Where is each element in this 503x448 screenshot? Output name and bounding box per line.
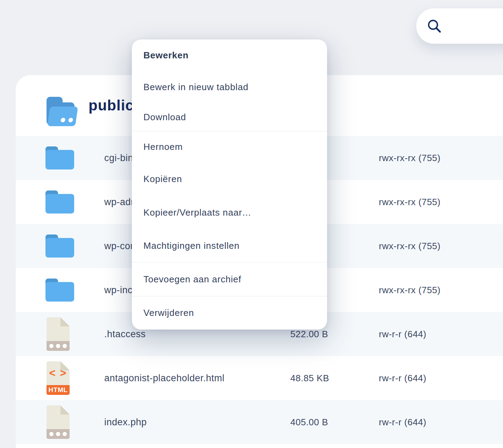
menu-item-bewerk-in-nieuw-tabblad[interactable]: Bewerk in nieuw tabblad bbox=[132, 71, 327, 103]
context-menu: Bewerken Bewerk in nieuw tabblad Downloa… bbox=[132, 39, 327, 330]
file-name: cgi-bin bbox=[104, 153, 133, 164]
file-size: 522.00 B bbox=[290, 329, 328, 340]
html-file-icon: < > HTML bbox=[47, 361, 70, 395]
menu-item-download[interactable]: Download bbox=[132, 103, 327, 131]
folder-icon bbox=[45, 190, 74, 214]
file-permissions: rwx-rx-rx (755) bbox=[379, 153, 441, 164]
search-icon bbox=[427, 19, 442, 34]
file-name: antagonist-placeholder.html bbox=[104, 373, 225, 384]
file-size: 48.85 KB bbox=[290, 373, 329, 384]
menu-item-hernoem[interactable]: Hernoem bbox=[132, 131, 327, 162]
menu-item-kopieren[interactable]: Kopiëren bbox=[132, 162, 327, 196]
table-row[interactable]: < > HTML antagonist-placeholder.html 48.… bbox=[16, 356, 503, 400]
open-folder-icon bbox=[47, 97, 79, 126]
file-permissions: rwx-rx-rx (755) bbox=[379, 285, 441, 296]
menu-item-bewerken[interactable]: Bewerken bbox=[132, 39, 327, 71]
menu-item-kopieer-verplaats-naar[interactable]: Kopieer/Verplaats naar… bbox=[132, 196, 327, 229]
file-permissions: rw-r-r (644) bbox=[379, 417, 426, 428]
code-brackets-glyph: < > bbox=[47, 367, 70, 380]
file-icon bbox=[47, 405, 70, 439]
menu-item-toevoegen-aan-archief[interactable]: Toevoegen aan archief bbox=[132, 262, 327, 296]
file-name: index.php bbox=[104, 417, 147, 428]
file-permissions: rwx-rx-rx (755) bbox=[379, 241, 441, 252]
file-permissions: rwx-rx-rx (755) bbox=[379, 197, 441, 208]
search-input[interactable] bbox=[416, 8, 503, 44]
folder-icon bbox=[45, 279, 74, 302]
file-name: .htaccess bbox=[104, 329, 146, 340]
file-permissions: rw-r-r (644) bbox=[379, 329, 426, 340]
html-badge: HTML bbox=[49, 386, 68, 394]
menu-item-verwijderen[interactable]: Verwijderen bbox=[132, 296, 327, 330]
file-permissions: rw-r-r (644) bbox=[379, 373, 426, 384]
table-row-partial bbox=[16, 444, 503, 448]
file-size: 405.00 B bbox=[290, 417, 328, 428]
menu-item-machtigingen-instellen[interactable]: Machtigingen instellen bbox=[132, 229, 327, 262]
folder-icon bbox=[45, 234, 74, 258]
table-row[interactable]: index.php 405.00 B rw-r-r (644) bbox=[16, 400, 503, 444]
file-icon bbox=[47, 317, 70, 351]
folder-icon bbox=[45, 146, 74, 169]
